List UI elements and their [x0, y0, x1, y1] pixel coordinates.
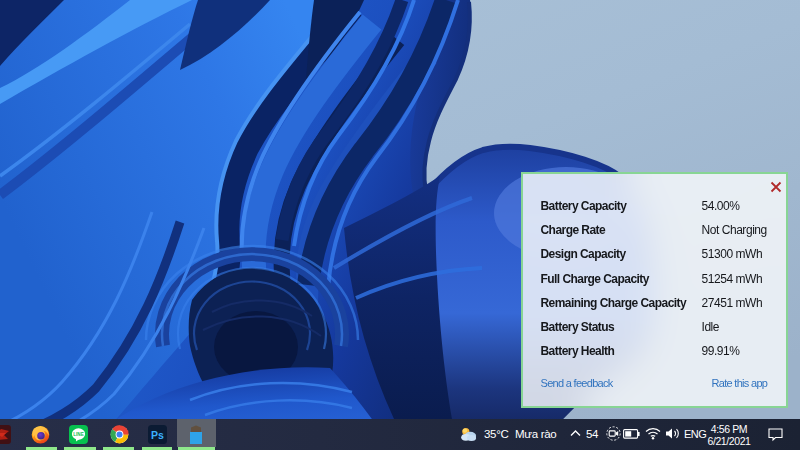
svg-text:Ps: Ps	[151, 429, 164, 441]
svg-text:LINE: LINE	[73, 432, 83, 437]
